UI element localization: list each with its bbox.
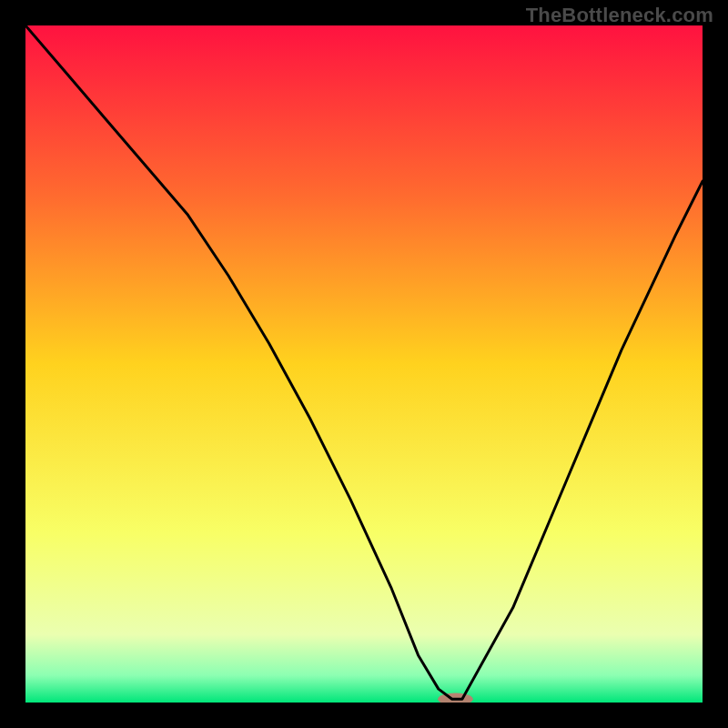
watermark-text: TheBottleneck.com: [526, 4, 713, 27]
gradient-background: [25, 25, 703, 703]
chart-frame: TheBottleneck.com: [0, 0, 728, 728]
chart-svg: [25, 25, 703, 703]
plot-area: [25, 25, 703, 703]
